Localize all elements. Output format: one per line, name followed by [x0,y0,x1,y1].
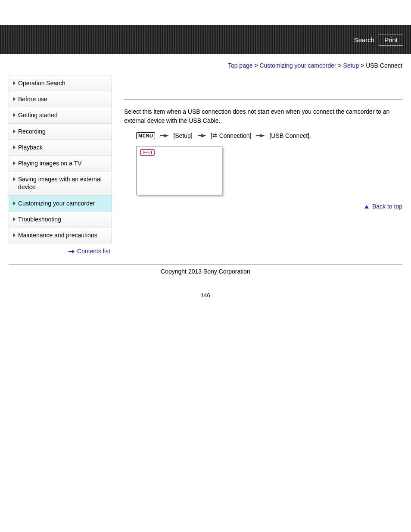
path-step-setup: [Setup] [173,132,192,139]
main-content: Select this item when a USB connection d… [112,75,402,210]
contents-list-row: Contents list [9,243,112,257]
caret-right-icon [13,233,16,237]
arrow-right-icon [68,250,75,253]
contents-list-link[interactable]: Contents list [77,248,110,255]
breadcrumb-sep: > [254,62,259,69]
arrow-right-icon [164,134,169,137]
sidebar-item-troubleshooting[interactable]: Troubleshooting [9,212,112,227]
caret-right-icon [13,177,16,181]
arrow-right-icon [201,134,206,137]
copyright-text: Copyright 2013 Sony Corporation [0,264,411,292]
sidebar-item-playing-on-tv[interactable]: Playing images on a TV [9,156,112,171]
sidebar-item-label: Getting started [18,111,58,119]
back-to-top-row: Back to top [124,203,402,210]
page-number: 146 [0,292,411,307]
caret-right-icon [13,81,16,85]
breadcrumb-current: USB Connect [366,62,402,69]
connection-icon [212,134,218,139]
sidebar-item-before-use[interactable]: Before use [9,91,112,107]
caret-right-icon [13,146,16,149]
caret-right-icon [13,202,16,205]
caret-right-icon [13,97,16,101]
sidebar-item-label: Recording [18,128,46,135]
intro-text: Select this item when a USB connection d… [124,107,402,125]
breadcrumb-top[interactable]: Top page [228,62,253,69]
breadcrumb-sep: > [361,62,366,69]
sidebar-item-label: Troubleshooting [18,215,61,223]
sidebar-item-label: Maintenance and precautions [18,231,97,239]
menu-label-small: MENU [143,151,152,154]
caret-right-icon [13,218,16,221]
breadcrumb: Top page > Customizing your camcorder > … [9,62,402,75]
search-button[interactable]: Search [354,36,375,44]
sidebar-item-getting-started[interactable]: Getting started [9,107,112,123]
sidebar-item-maintenance[interactable]: Maintenance and precautions [9,227,112,243]
sidebar-item-label: Saving images with an external device [18,175,108,191]
triangle-up-icon [364,205,369,208]
breadcrumb-sep: > [338,62,343,69]
caret-right-icon [13,130,16,133]
caret-right-icon [13,113,16,117]
sidebar-item-label: Playing images on a TV [18,159,82,167]
path-step-usb-connect: [USB Connect]. [269,132,311,139]
sidebar: Operation Search Before use Getting star… [9,75,112,243]
top-spacer [0,0,411,25]
header-bar: Search Print [0,25,411,54]
horizontal-rule [124,99,402,100]
menu-path: MENU [Setup] [Connection] [USB Connect]. [124,132,402,139]
sidebar-item-label: Before use [18,95,47,103]
menu-icon: MENU [136,132,155,139]
sidebar-item-customizing[interactable]: Customizing your camcorder [9,196,112,212]
caret-right-icon [13,162,16,165]
sidebar-item-playback[interactable]: Playback [9,140,112,156]
sidebar-item-label: Playback [18,143,43,151]
sidebar-item-label: Operation Search [18,79,65,87]
sidebar-item-recording[interactable]: Recording [9,124,112,140]
breadcrumb-setup[interactable]: Setup [343,62,359,69]
print-button[interactable]: Print [379,34,403,46]
sidebar-item-saving-images[interactable]: Saving images with an external device [9,171,112,195]
arrow-right-icon [260,134,265,137]
back-to-top-link[interactable]: Back to top [372,203,402,210]
breadcrumb-customizing[interactable]: Customizing your camcorder [259,62,336,69]
path-step-connection: [Connection] [211,132,252,139]
camcorder-screen-illustration: MENU [136,146,222,195]
menu-highlight: MENU [140,149,155,156]
sidebar-item-operation-search[interactable]: Operation Search [9,75,112,91]
sidebar-item-label: Customizing your camcorder [18,199,95,207]
